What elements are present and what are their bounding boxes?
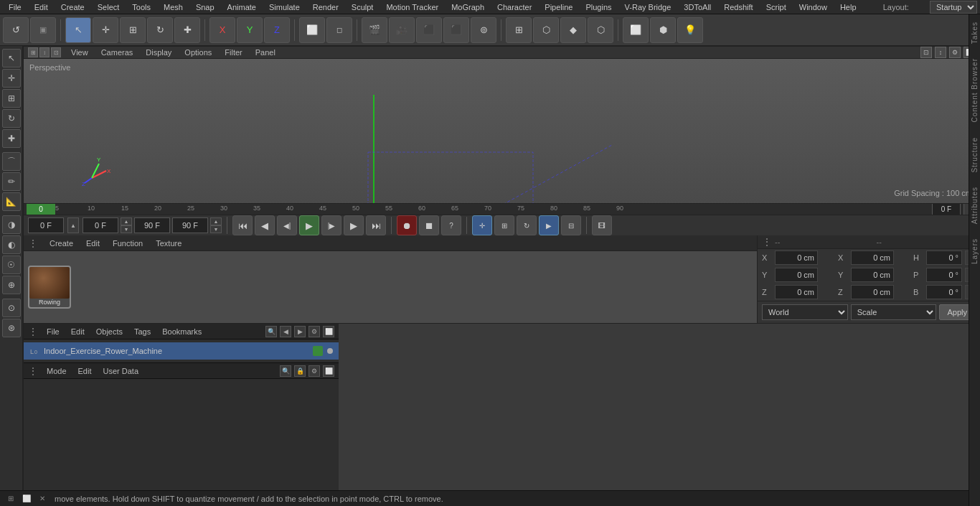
scale-tool-button[interactable]: ⊞ [120,17,146,43]
menu-character[interactable]: Character [491,1,537,13]
material-menu-texture[interactable]: Texture [153,238,184,249]
menu-render[interactable]: Render [307,1,344,13]
phong-button[interactable]: ◆ [560,17,586,43]
coord-y2-input[interactable] [851,268,894,282]
move-tool-button[interactable]: ✛ [93,17,118,43]
status-icon-3[interactable]: ✕ [36,492,49,505]
sidebar-move-btn[interactable]: ✛ [2,69,21,88]
vtab-takes[interactable]: Takes [969,14,980,51]
status-icon-1[interactable]: ⊞ [4,492,17,505]
undo-button[interactable]: ↺ [3,17,29,43]
sidebar-rotate-btn[interactable]: ↻ [2,109,21,128]
goto-end-button[interactable]: ⏭ [366,215,386,235]
sidebar-axis-btn[interactable]: ⊕ [2,276,21,294]
menu-sculpt[interactable]: Sculpt [346,1,380,13]
poly-button[interactable]: ⬡ [533,17,559,43]
end-frame-input1[interactable] [134,217,170,233]
obj-menu-bookmarks[interactable]: Bookmarks [159,326,204,337]
material-menu-edit[interactable]: Edit [83,238,103,249]
menu-animate[interactable]: Animate [222,1,262,13]
viewport-menu-view[interactable]: View [68,47,91,58]
menu-mograph[interactable]: MoGraph [446,1,490,13]
next-key-button[interactable]: |▶ [321,215,341,235]
object-item-rower[interactable]: L 0 Indoor_Exercise_Rower_Machine [24,342,339,360]
menu-pipeline[interactable]: Pipeline [539,1,578,13]
scale-select[interactable]: Scale [851,304,937,320]
timeline-content[interactable]: 5 10 15 20 25 30 35 40 45 50 55 60 65 70 [55,204,928,215]
coord-z-pos-input[interactable] [775,285,818,299]
z-axis-button[interactable]: Z [264,17,290,43]
menu-mesh[interactable]: Mesh [158,1,189,13]
attr-menu-edit[interactable]: Edit [75,365,95,377]
current-frame-input[interactable] [83,217,118,233]
viewport-lock-btn[interactable]: ↕ [935,47,946,58]
obj-search-icon[interactable]: 🔍 [265,326,277,337]
menu-help[interactable]: Help [834,1,862,13]
menu-script[interactable]: Script [760,1,792,13]
coord-b-input[interactable] [926,285,962,299]
view-button[interactable]: 🎥 [389,17,415,43]
timeline[interactable]: 0 5 10 15 20 25 30 35 40 45 50 55 [24,203,979,215]
coord-x2-input[interactable] [851,250,894,265]
obj-menu-objects[interactable]: Objects [93,326,126,337]
status-icon-2[interactable]: ⬜ [20,492,33,505]
attr-expand-icon[interactable]: ⬜ [323,365,334,377]
sidebar-object3-btn[interactable]: ☉ [2,256,21,274]
coord-h-input[interactable] [926,250,962,265]
scale-toggle-btn[interactable]: ⊞ [494,215,514,235]
obj-forward-icon[interactable]: ▶ [294,326,306,337]
sidebar-transform-btn[interactable]: ✚ [2,129,21,148]
obj-menu-edit[interactable]: Edit [68,326,88,337]
world-space-select[interactable]: World [762,304,848,320]
goto-start-button[interactable]: ⏮ [232,215,253,235]
coord-y-pos-input[interactable] [775,268,818,282]
render-button[interactable]: ⬢ [650,17,676,43]
prev-key-button[interactable]: ◀| [277,215,297,235]
endframe-down-btn[interactable]: ▼ [210,225,222,233]
material-menu-function[interactable]: Function [110,238,146,249]
scene-button[interactable]: ⬛ [416,17,442,43]
sidebar-magnet-btn[interactable]: ⊙ [2,299,21,317]
layout-select[interactable]: Startup [930,1,977,14]
start-frame-input[interactable] [28,217,64,233]
sidebar-sculpt-btn[interactable]: ◑ [2,215,21,234]
viewport-menu-filter[interactable]: Filter [222,47,245,58]
menu-motion-tracker[interactable]: Motion Tracker [380,1,444,13]
menu-vray[interactable]: V-Ray Bridge [619,1,677,13]
viewport-menu-options[interactable]: Options [182,47,215,58]
frame-step-up[interactable]: ▲ [67,217,79,233]
y-axis-button[interactable]: Y [237,17,263,43]
viewport-menu-display[interactable]: Display [143,47,174,58]
endframe-up-btn[interactable]: ▲ [210,217,222,225]
viewport[interactable]: ⊞ ↕ ⊡ View Cameras Display Options Filte… [23,46,980,324]
redo-button[interactable]: ▣ [30,17,56,43]
obj-settings-icon[interactable]: ⚙ [308,326,320,337]
menu-3dtoall[interactable]: 3DToAll [678,1,717,13]
menu-create[interactable]: Create [55,1,90,13]
play-toggle-btn[interactable]: ▶ [539,215,559,235]
x-axis-button[interactable]: X [209,17,235,43]
rotate-toggle-btn[interactable]: ↻ [517,215,537,235]
obj-menu-tags[interactable]: Tags [131,326,154,337]
menu-simulate[interactable]: Simulate [263,1,306,13]
menu-plugins[interactable]: Plugins [580,1,617,13]
prev-frame-button[interactable]: ◀ [255,215,275,235]
menu-select[interactable]: Select [92,1,126,13]
sidebar-smooth-btn[interactable]: ◐ [2,235,21,254]
transform-tool-button[interactable]: ✚ [174,17,200,43]
sidebar-twist-btn[interactable]: ⊛ [2,319,21,337]
menu-window[interactable]: Window [793,1,833,13]
obj-back-icon[interactable]: ◀ [280,326,291,337]
viewport-settings-btn[interactable]: ⚙ [949,47,961,58]
stop-button[interactable]: ⏹ [419,215,439,235]
obj-menu-file[interactable]: File [44,326,62,337]
timeline-frame-input[interactable] [932,203,961,215]
rotate-tool-button[interactable]: ↻ [147,17,173,43]
render-view-button[interactable]: ⬛ [443,17,469,43]
sidebar-spline-btn[interactable]: ⌒ [2,152,21,171]
viewport-menu-panel[interactable]: Panel [253,47,278,58]
obj-button[interactable]: ⊚ [471,17,496,43]
vtab-layers[interactable]: Layers [969,231,980,271]
coord-z2-input[interactable] [851,285,894,299]
light-button[interactable]: 💡 [677,17,703,43]
